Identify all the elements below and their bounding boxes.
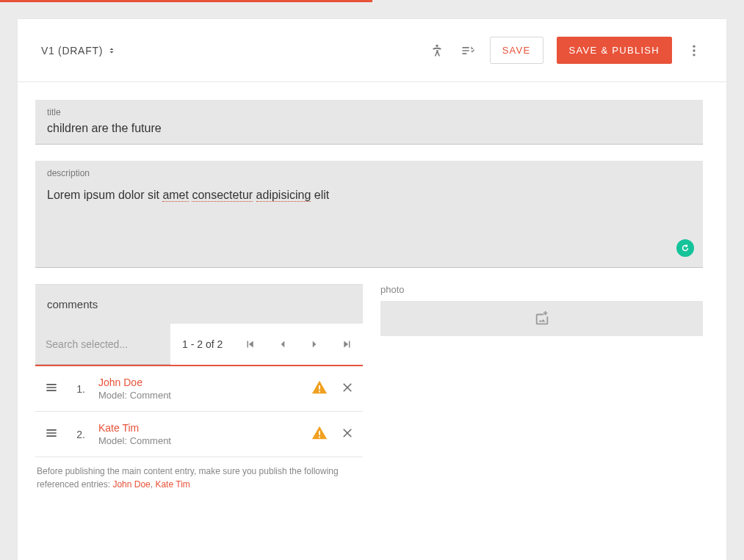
grammarly-icon[interactable] [676, 239, 694, 257]
search-input[interactable] [46, 338, 160, 350]
publish-warning: Before publishing the main content entry… [35, 457, 363, 501]
warning-icon[interactable] [311, 379, 328, 399]
row-index: 1. [72, 383, 85, 395]
next-page-icon[interactable] [304, 334, 325, 354]
version-picker[interactable]: V1 (DRAFT) [41, 45, 116, 57]
list-item: 1. John Doe Model: Comment [35, 366, 363, 412]
warning-link[interactable]: Kate Tim [155, 479, 189, 490]
photo-label: photo [380, 284, 703, 301]
remove-icon[interactable] [341, 426, 354, 443]
row-model: Model: Comment [98, 390, 298, 401]
first-page-icon[interactable] [240, 334, 261, 354]
photo-upload[interactable] [380, 301, 703, 336]
spellcheck-word: amet [162, 189, 189, 202]
spellcheck-word: adipisicing [256, 189, 311, 202]
version-label: V1 (DRAFT) [41, 45, 103, 57]
photo-section: photo [380, 284, 703, 501]
content-card: V1 (DRAFT) SAVE SAVE & PUBLISH title chi… [18, 19, 726, 560]
list-item: 2. Kate Tim Model: Comment [35, 412, 363, 457]
description-field[interactable]: description Lorem ipsum dolor sit amet c… [35, 161, 703, 268]
progress-bar [0, 0, 372, 2]
header-actions: SAVE SAVE & PUBLISH [428, 37, 703, 64]
search-input-wrapper[interactable] [35, 324, 170, 365]
save-publish-button[interactable]: SAVE & PUBLISH [557, 37, 672, 64]
description-label: description [47, 168, 691, 178]
drag-handle-icon[interactable] [44, 426, 59, 443]
title-field[interactable]: title children are the future [35, 100, 703, 145]
row-index: 2. [72, 429, 85, 440]
warning-icon[interactable] [311, 425, 328, 444]
title-label: title [47, 107, 691, 117]
row-title[interactable]: Kate Tim [98, 422, 298, 434]
form-body: title children are the future descriptio… [18, 82, 726, 501]
comments-toolbar: 1 - 2 of 2 [35, 324, 363, 366]
remove-icon[interactable] [341, 381, 354, 397]
row-model: Model: Comment [98, 435, 298, 446]
row-title[interactable]: John Doe [98, 377, 298, 388]
last-page-icon[interactable] [336, 334, 357, 354]
rules-icon[interactable] [459, 42, 477, 59]
comments-header: comments [35, 284, 363, 324]
svg-point-3 [693, 54, 695, 56]
comments-section: comments 1 - 2 of 2 [35, 284, 363, 501]
spellcheck-word: consectetur [192, 189, 253, 202]
svg-point-2 [693, 49, 695, 51]
drag-handle-icon[interactable] [44, 380, 59, 398]
prev-page-icon[interactable] [272, 334, 293, 354]
more-menu-icon[interactable] [685, 42, 703, 59]
collapse-icon [107, 46, 116, 55]
title-value: children are the future [47, 122, 691, 135]
warning-link[interactable]: John Doe [112, 479, 150, 490]
accessibility-icon[interactable] [428, 42, 446, 59]
svg-point-0 [436, 44, 438, 46]
save-button[interactable]: SAVE [490, 37, 543, 64]
svg-point-1 [693, 45, 695, 47]
add-image-icon [534, 310, 550, 327]
pagination-text: 1 - 2 of 2 [170, 338, 234, 350]
header: V1 (DRAFT) SAVE SAVE & PUBLISH [18, 19, 726, 82]
description-value: Lorem ipsum dolor sit amet consectetur a… [47, 189, 691, 202]
